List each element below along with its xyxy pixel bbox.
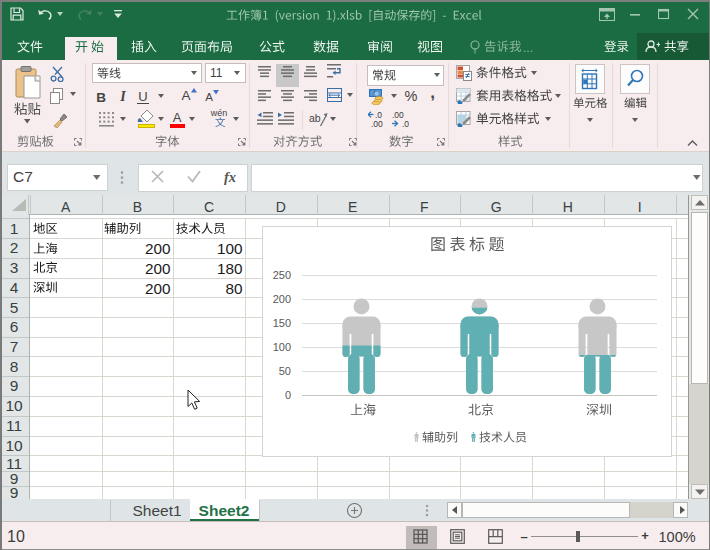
svg-text:ab: ab	[309, 112, 321, 124]
svg-text:.00: .00	[371, 119, 383, 129]
svg-text:.0: .0	[402, 119, 409, 129]
